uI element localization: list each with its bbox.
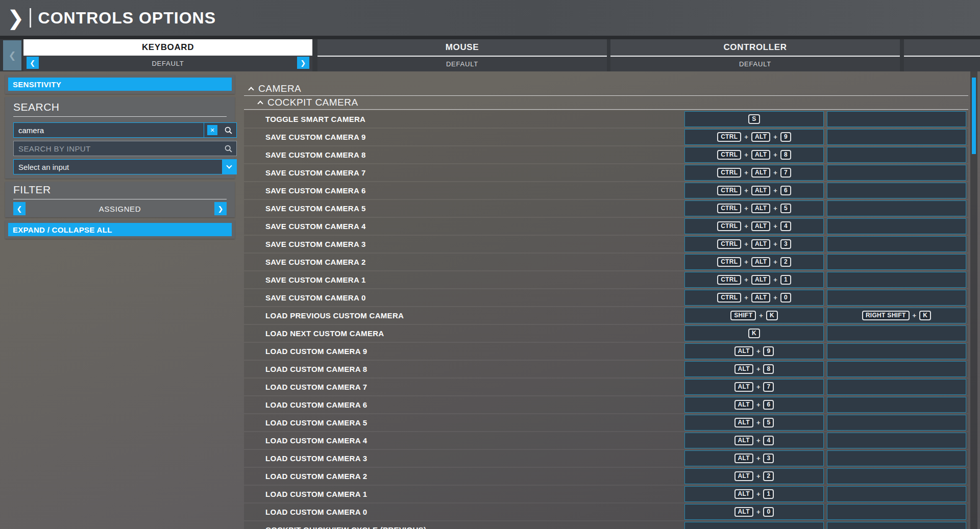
secondary-binding-cell[interactable] (827, 361, 966, 377)
filter-prev-button[interactable]: ❮ (13, 202, 26, 215)
primary-binding-cell[interactable]: CTRL+ALT+9 (684, 129, 824, 145)
secondary-binding-cell[interactable] (827, 433, 966, 448)
collapse-caret-icon[interactable] (257, 100, 263, 106)
primary-binding-cell[interactable]: CTRL+ALT+7 (684, 165, 824, 181)
filter-next-button[interactable]: ❯ (214, 202, 227, 215)
secondary-binding-cell[interactable] (827, 254, 966, 270)
secondary-binding-cell[interactable] (827, 183, 966, 198)
primary-binding-cell[interactable]: CTRL+ALT+0 (684, 290, 824, 306)
search-by-input[interactable] (14, 144, 220, 153)
primary-binding-cell[interactable]: K (684, 325, 824, 341)
plus-separator: + (744, 240, 748, 248)
page-title: CONTROLS OPTIONS (38, 9, 216, 28)
section-camera[interactable]: CAMERA (244, 82, 968, 96)
action-label: LOAD CUSTOM CAMERA 2 (265, 468, 367, 485)
keycap: 7 (780, 168, 791, 178)
sensitivity-button[interactable]: SENSITIVITY (8, 78, 232, 91)
keycap: 2 (780, 257, 791, 267)
tabs-prev-button[interactable]: ❮ (3, 40, 21, 70)
primary-binding-cell[interactable]: CTRL+ALT+6 (684, 183, 824, 198)
primary-binding-cell[interactable]: ALT+8 (684, 361, 824, 377)
primary-binding-cell[interactable]: CTRL+ALT+4 (684, 218, 824, 234)
tab-keyboard[interactable]: KEYBOARD ❮ DEFAULT ❯ (23, 39, 312, 71)
secondary-binding-cell[interactable] (827, 486, 966, 502)
primary-binding-cell[interactable]: ALT+1 (684, 486, 824, 502)
search-input[interactable] (14, 126, 204, 135)
secondary-binding-cell[interactable] (827, 236, 966, 252)
section-cockpit-camera[interactable]: COCKPIT CAMERA (244, 96, 968, 110)
search-icon[interactable] (224, 144, 233, 153)
secondary-binding-cell[interactable] (827, 397, 966, 413)
tab-partial-label (904, 39, 980, 56)
secondary-binding-cell[interactable] (827, 522, 966, 529)
scrollbar-track[interactable] (970, 71, 977, 529)
collapse-caret-icon[interactable] (248, 87, 254, 92)
secondary-binding-cell[interactable]: RIGHT SHIFT+K (827, 308, 966, 323)
plus-separator: + (744, 205, 748, 212)
primary-binding-cell[interactable]: SHIFT+K (684, 308, 824, 323)
action-label: LOAD NEXT CUSTOM CAMERA (265, 325, 384, 342)
tab-partial[interactable] (904, 39, 980, 71)
secondary-binding-cell[interactable] (827, 218, 966, 234)
plus-separator: + (744, 276, 748, 284)
secondary-binding-cell[interactable] (827, 200, 966, 216)
primary-binding-cell[interactable]: ALT+7 (684, 379, 824, 395)
preset-prev-button[interactable]: ❮ (27, 57, 39, 69)
keycap: ALT (734, 382, 753, 392)
binding-row: LOAD CUSTOM CAMERA 0ALT+0 (244, 503, 968, 520)
search-icon[interactable] (224, 126, 233, 135)
primary-binding-cell[interactable]: CTRL+ALT+8 (684, 147, 824, 163)
secondary-binding-cell[interactable] (827, 379, 966, 395)
tab-controller[interactable]: CONTROLLER DEFAULT (610, 39, 900, 71)
binding-row: SAVE CUSTOM CAMERA 2CTRL+ALT+2 (244, 254, 968, 270)
close-icon: ✕ (210, 127, 214, 134)
tab-mouse[interactable]: MOUSE DEFAULT (317, 39, 607, 71)
back-chevron-icon[interactable]: ❯ (7, 8, 24, 28)
primary-binding-cell[interactable]: ALT+3 (684, 450, 824, 466)
arrow-right-icon: ❯ (300, 59, 306, 67)
secondary-binding-cell[interactable] (827, 468, 966, 484)
binding-row: SAVE CUSTOM CAMERA 3CTRL+ALT+3 (244, 236, 968, 253)
expand-collapse-button[interactable]: EXPAND / COLLAPSE ALL (8, 223, 232, 236)
search-field[interactable]: ✕ (13, 122, 237, 138)
primary-binding-cell[interactable]: ALT+9 (684, 343, 824, 359)
secondary-binding-cell[interactable] (827, 325, 966, 341)
clear-search-button[interactable]: ✕ (207, 125, 217, 135)
primary-binding-cell[interactable]: S (684, 111, 824, 127)
primary-binding-cell[interactable]: ALT+4 (684, 433, 824, 448)
arrow-left-icon: ❮ (30, 59, 36, 67)
primary-binding-cell[interactable]: CTRL+ALT+1 (684, 272, 824, 288)
search-rule (13, 116, 227, 117)
plus-separator: + (773, 294, 777, 301)
secondary-binding-cell[interactable] (827, 450, 966, 466)
action-label: LOAD CUSTOM CAMERA 5 (265, 414, 367, 431)
secondary-binding-cell[interactable] (827, 129, 966, 145)
primary-binding-cell[interactable]: ALT+0 (684, 504, 824, 520)
dropdown-button[interactable] (222, 160, 236, 174)
secondary-binding-cell[interactable] (827, 415, 966, 431)
keyboard-preset-selector: ❮ DEFAULT ❯ (23, 56, 312, 71)
secondary-binding-cell[interactable] (827, 272, 966, 288)
secondary-binding-cell[interactable] (827, 504, 966, 520)
primary-binding-cell[interactable]: CTRL+ALT+3 (684, 236, 824, 252)
search-by-input-field[interactable] (13, 141, 237, 156)
keycap: 5 (780, 204, 791, 213)
secondary-binding-cell[interactable] (827, 290, 966, 306)
primary-binding-cell[interactable]: ALT+5 (684, 415, 824, 431)
bindings-rows: TOGGLE SMART CAMERASSAVE CUSTOM CAMERA 9… (244, 111, 968, 529)
primary-binding-cell[interactable]: CTRL+ALT+2 (684, 254, 824, 270)
primary-binding-cell[interactable] (684, 522, 824, 529)
secondary-binding-cell[interactable] (827, 165, 966, 181)
scrollbar-thumb[interactable] (972, 78, 976, 154)
primary-binding-cell[interactable]: CTRL+ALT+5 (684, 200, 824, 216)
secondary-binding-cell[interactable] (827, 111, 966, 127)
input-select-dropdown[interactable]: Select an input (13, 159, 237, 174)
keycap: ALT (734, 346, 753, 356)
secondary-binding-cell[interactable] (827, 147, 966, 163)
preset-next-button[interactable]: ❯ (297, 57, 309, 69)
keycap: 3 (763, 454, 774, 463)
secondary-binding-cell[interactable] (827, 343, 966, 359)
primary-binding-cell[interactable]: ALT+6 (684, 397, 824, 413)
partial-preset-value (904, 57, 980, 71)
primary-binding-cell[interactable]: ALT+2 (684, 468, 824, 484)
